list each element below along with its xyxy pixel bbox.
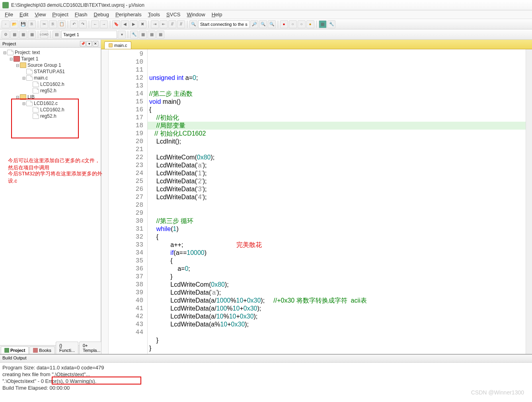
tree-file[interactable]: STARTUP.A51 <box>34 69 65 74</box>
editor-tab-mainc[interactable]: main.c <box>104 41 131 49</box>
file-icon <box>26 101 33 106</box>
project-sidebar: Project 📌 ▾ ✕ ⊟Project: text ⊟Target 1 ⊟… <box>0 40 101 354</box>
translate-button[interactable]: ⚙ <box>2 31 10 39</box>
paste-button[interactable]: 📋 <box>58 20 66 28</box>
tree-file[interactable]: reg52.h <box>40 113 57 119</box>
file-icon <box>26 69 33 74</box>
menu-flash[interactable]: Flash <box>72 11 91 18</box>
open-button[interactable]: 📂 <box>10 20 18 28</box>
target-dropdown-button[interactable]: ▾ <box>118 31 126 39</box>
build-line: Build Time Elapsed: 00:00:00 <box>2 385 530 391</box>
file-icon <box>33 82 39 87</box>
download-button[interactable]: LOAD <box>40 31 48 39</box>
tree-file[interactable]: LCD1602.c <box>34 101 58 106</box>
sidebar-tabs: Project Books {} Functi... 0+ Templa... <box>0 345 101 354</box>
bookmark-clear-button[interactable]: ✖ <box>138 20 146 28</box>
menu-debug[interactable]: Debug <box>91 11 112 18</box>
outdent-button[interactable]: ⇤ <box>160 20 168 28</box>
menu-view[interactable]: View <box>31 11 49 18</box>
manage2-button[interactable]: ▦ <box>148 31 156 39</box>
options-button[interactable]: 🔧 <box>130 31 138 39</box>
tree-root[interactable]: Project: text <box>15 50 40 55</box>
menu-tools[interactable]: Tools <box>145 11 163 18</box>
redo-button[interactable]: ↷ <box>79 20 87 28</box>
project-tree[interactable]: ⊟Project: text ⊟Target 1 ⊟Source Group 1… <box>0 48 101 345</box>
project-icon <box>7 50 14 55</box>
manage3-button[interactable]: ▦ <box>156 31 164 39</box>
tree-group2[interactable]: LIB <box>27 94 35 100</box>
annotation-text-2: 今后STM32的学习将在这里添加更多的外设.c <box>8 170 103 184</box>
panel-close-button[interactable]: ✕ <box>93 41 98 47</box>
debug-o3-button[interactable]: ● <box>306 20 314 28</box>
debug-o2-button[interactable]: ○ <box>298 20 306 28</box>
window-layout-button[interactable]: ▦ <box>319 20 327 28</box>
nav-back-button[interactable]: ← <box>91 20 99 28</box>
target-icon <box>14 56 20 62</box>
code-editor[interactable]: 9101112131415161718192021222324252627282… <box>101 49 532 354</box>
bookmark-next-button[interactable]: ▶ <box>130 20 138 28</box>
code-content[interactable]: unsigned int a=0; //第二步 主函数void main(){ … <box>148 49 532 354</box>
indent-button[interactable]: ⇥ <box>151 20 159 28</box>
tree-file[interactable]: LCD1602.h <box>40 107 64 113</box>
tab-project[interactable]: Project <box>1 346 29 354</box>
find-in-files-button[interactable]: 🔍 <box>268 20 276 28</box>
undo-button[interactable]: ↶ <box>70 20 78 28</box>
line-gutter: 9101112131415161718192021222324252627282… <box>109 49 148 354</box>
menu-svcs[interactable]: SVCS <box>163 11 183 18</box>
save-button[interactable]: 💾 <box>19 20 27 28</box>
panel-dropdown-button[interactable]: ▾ <box>86 41 92 47</box>
build-output-header: Build Output <box>0 355 532 363</box>
new-button[interactable]: ▫ <box>2 20 10 28</box>
nav-fwd-button[interactable]: → <box>100 20 108 28</box>
bookmark-button[interactable]: 🔖 <box>112 20 120 28</box>
target-options-button[interactable]: ▤ <box>53 31 60 39</box>
annotation-text-1: 今后可以在这里添加自己更多的.c文件，然后在项目中调用 <box>8 157 103 171</box>
tab-books[interactable]: Books <box>29 346 55 354</box>
tree-group1[interactable]: Source Group 1 <box>27 62 61 68</box>
debug-o1-button[interactable]: ○ <box>289 20 297 28</box>
cut-button[interactable]: ✂ <box>40 20 48 28</box>
app-icon <box>2 2 9 8</box>
find-next-button[interactable]: 🔎 <box>250 20 258 28</box>
build-line: Program Size: data=11.0 xdata=0 code=479 <box>2 364 530 371</box>
watermark: CSDN @Winner1300 <box>471 389 524 396</box>
copy-button[interactable]: ⎘ <box>49 20 57 28</box>
find-button[interactable]: 🔍 <box>189 20 197 28</box>
build-button[interactable]: ▦ <box>10 31 18 39</box>
folder-icon <box>20 94 26 100</box>
project-panel-title: Project <box>2 41 16 46</box>
saveall-button[interactable]: ⎘ <box>28 20 36 28</box>
file-icon <box>33 88 39 93</box>
rebuild-button[interactable]: ▦ <box>19 31 27 39</box>
file-icon <box>33 113 39 119</box>
target-combo[interactable]: Target 1 <box>61 31 117 39</box>
build-output-body[interactable]: Program Size: data=11.0 xdata=0 code=479… <box>0 363 532 394</box>
window-title: E:\Singlechip\03 demo\LCD1602LIB\TEXT\te… <box>11 2 144 8</box>
menu-edit[interactable]: Edit <box>16 11 31 18</box>
file-icon <box>26 75 33 81</box>
manage-button[interactable]: ▦ <box>139 31 147 39</box>
find-prev-button[interactable]: 🔍 <box>259 20 267 28</box>
build-line: ".\Objects\text" - 0 Error(s), 0 Warning… <box>2 378 530 385</box>
tree-target[interactable]: Target 1 <box>21 56 38 62</box>
bookmark-prev-button[interactable]: ◀ <box>121 20 129 28</box>
menu-peripherals[interactable]: Peripherals <box>112 11 145 18</box>
batch-build-button[interactable]: ▦ <box>28 31 36 39</box>
menu-file[interactable]: File <box>2 11 16 18</box>
toolbar-build: ⚙ ▦ ▦ ▦ LOAD ▤ Target 1 ▾ 🔧 ▦ ▦ ▦ <box>0 29 532 40</box>
panel-pin-button[interactable]: 📌 <box>80 41 86 47</box>
uncomment-button[interactable]: // <box>177 20 185 28</box>
configure-button[interactable]: 🔧 <box>327 20 335 28</box>
menu-project[interactable]: Project <box>49 11 71 18</box>
editor-area: main.c 910111213141516171819202122232425… <box>101 40 532 354</box>
tree-file[interactable]: LCD1602.h <box>40 82 64 87</box>
tree-file[interactable]: reg52.h <box>40 88 57 93</box>
comment-button[interactable]: // <box>168 20 176 28</box>
debug-red-button[interactable]: ● <box>280 20 288 28</box>
fold-column[interactable] <box>101 49 109 354</box>
project-panel-header: Project 📌 ▾ ✕ <box>0 40 101 48</box>
tree-file[interactable]: main.c <box>34 75 48 81</box>
menu-help[interactable]: Help <box>209 11 226 18</box>
menu-window[interactable]: Window <box>183 11 208 18</box>
search-combo[interactable]: Start connecting to the s <box>198 20 249 28</box>
